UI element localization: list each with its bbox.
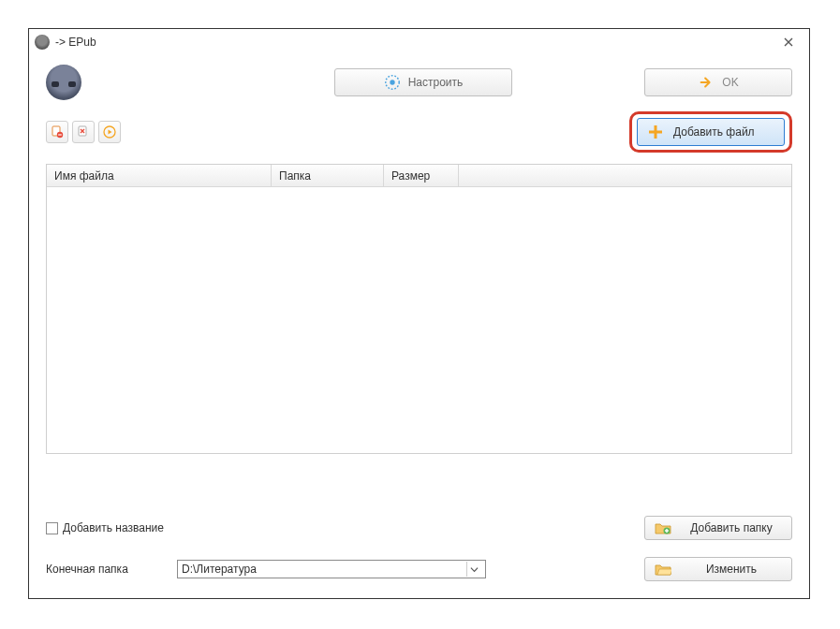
add-folder-button[interactable]: Добавить папку <box>644 516 792 540</box>
small-buttons-group <box>46 121 121 143</box>
add-title-label: Добавить название <box>63 521 164 534</box>
configure-button[interactable]: Настроить <box>334 68 512 96</box>
dest-folder-row: Конечная папка D:\Литература Изменить <box>46 553 792 585</box>
svg-rect-11 <box>665 530 669 531</box>
remove-button[interactable] <box>46 121 68 143</box>
dest-folder-value: D:\Литература <box>182 563 466 576</box>
folder-open-icon <box>655 561 671 578</box>
play-button[interactable] <box>98 121 121 143</box>
add-title-row: Добавить название Добавить папку <box>46 512 792 544</box>
format-icon <box>46 65 81 100</box>
file-table: Имя файла Папка Размер <box>46 164 792 454</box>
clear-button[interactable] <box>72 121 95 143</box>
change-button[interactable]: Изменить <box>644 557 792 581</box>
chevron-down-icon <box>466 562 481 577</box>
gear-icon <box>384 74 401 91</box>
bottom-panel: Добавить название Добавить папку Конечна… <box>46 512 792 585</box>
add-file-label: Добавить файл <box>673 125 755 139</box>
col-size[interactable]: Размер <box>384 165 459 186</box>
folder-plus-icon <box>655 519 671 536</box>
dest-folder-select[interactable]: D:\Литература <box>177 560 486 578</box>
epub-dialog: -> EPub Настроить OK <box>28 28 810 599</box>
svg-rect-4 <box>58 134 62 135</box>
col-rest <box>459 165 791 186</box>
close-button[interactable] <box>774 29 803 55</box>
add-title-checkbox[interactable] <box>46 522 58 534</box>
table-body[interactable] <box>47 187 791 453</box>
svg-rect-8 <box>649 131 662 134</box>
app-icon <box>35 35 50 50</box>
ok-label: OK <box>722 76 738 89</box>
window-title: -> EPub <box>55 36 96 49</box>
svg-point-1 <box>390 80 394 84</box>
plus-icon <box>647 124 664 140</box>
toolbar-row-1: Настроить OK <box>29 55 809 106</box>
arrow-right-icon <box>698 74 715 91</box>
toolbar-row-2: Добавить файл <box>29 106 809 160</box>
page-minus-icon <box>51 125 64 139</box>
add-folder-label: Добавить папку <box>681 521 782 534</box>
table-header: Имя файла Папка Размер <box>47 165 791 187</box>
ok-button[interactable]: OK <box>644 68 792 96</box>
dest-folder-label: Конечная папка <box>46 563 177 576</box>
add-file-highlight: Добавить файл <box>629 111 792 153</box>
configure-label: Настроить <box>408 76 464 89</box>
add-file-button[interactable]: Добавить файл <box>637 118 785 146</box>
col-filename[interactable]: Имя файла <box>47 165 272 186</box>
change-label: Изменить <box>681 563 782 576</box>
titlebar: -> EPub <box>29 29 809 55</box>
play-icon <box>103 125 116 139</box>
close-icon <box>784 37 793 47</box>
page-x-icon <box>77 125 90 139</box>
col-folder[interactable]: Папка <box>272 165 384 186</box>
